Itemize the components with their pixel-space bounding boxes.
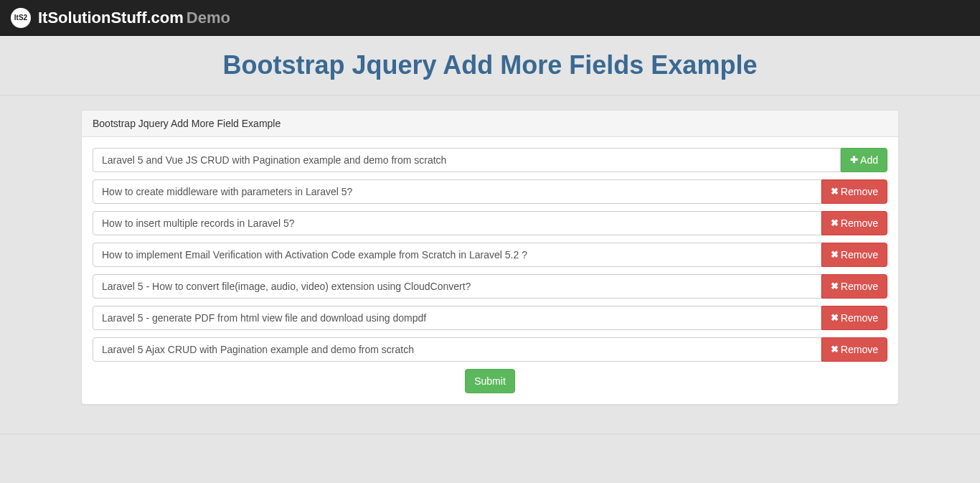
remove-button[interactable]: ✖Remove: [821, 179, 887, 204]
field-row: ✖Remove: [93, 243, 887, 267]
field-input[interactable]: [93, 306, 821, 330]
remove-button[interactable]: ✖Remove: [821, 211, 887, 235]
panel-body: ✚Add✖Remove✖Remove✖Remove✖Remove✖Remove✖…: [82, 137, 898, 404]
remove-button[interactable]: ✖Remove: [821, 243, 887, 267]
remove-button[interactable]: ✖Remove: [821, 274, 887, 299]
demo-link[interactable]: Demo: [187, 9, 230, 27]
field-input[interactable]: [93, 274, 821, 299]
remove-icon: ✖: [831, 217, 839, 230]
plus-icon: ✚: [850, 154, 858, 167]
remove-icon: ✖: [831, 280, 839, 294]
field-input[interactable]: [93, 148, 841, 172]
remove-button[interactable]: ✖Remove: [821, 306, 887, 330]
remove-button[interactable]: ✖Remove: [821, 337, 887, 362]
brand-text[interactable]: ItSolutionStuff.com: [38, 9, 184, 27]
footer: [0, 433, 980, 477]
remove-button-label: Remove: [841, 279, 878, 294]
remove-icon: ✖: [831, 185, 839, 199]
remove-button-label: Remove: [841, 216, 878, 230]
field-row: ✚Add: [93, 148, 887, 172]
remove-icon: ✖: [831, 343, 839, 357]
field-row: ✖Remove: [93, 274, 887, 299]
page-title: Bootstrap Jquery Add More Fields Example: [0, 36, 980, 95]
submit-button[interactable]: Submit: [465, 369, 515, 393]
remove-button-label: Remove: [841, 248, 878, 262]
field-input[interactable]: [93, 337, 821, 362]
remove-icon: ✖: [831, 248, 839, 262]
add-button-label: Add: [860, 153, 878, 167]
field-input[interactable]: [93, 211, 821, 235]
logo-icon: ItS2: [11, 8, 31, 28]
remove-button-label: Remove: [841, 184, 878, 199]
remove-button-label: Remove: [841, 342, 878, 357]
field-row: ✖Remove: [93, 179, 887, 204]
remove-icon: ✖: [831, 311, 839, 325]
navbar: ItS2 ItSolutionStuff.com Demo: [0, 0, 980, 36]
field-row: ✖Remove: [93, 306, 887, 330]
field-input[interactable]: [93, 179, 821, 204]
field-input[interactable]: [93, 243, 821, 267]
field-row: ✖Remove: [93, 337, 887, 362]
field-row: ✖Remove: [93, 211, 887, 235]
remove-button-label: Remove: [841, 311, 878, 325]
panel: Bootstrap Jquery Add More Field Example …: [81, 110, 899, 405]
panel-heading: Bootstrap Jquery Add More Field Example: [82, 111, 898, 137]
add-button[interactable]: ✚Add: [841, 148, 887, 172]
container: Bootstrap Jquery Add More Field Example …: [70, 110, 910, 405]
